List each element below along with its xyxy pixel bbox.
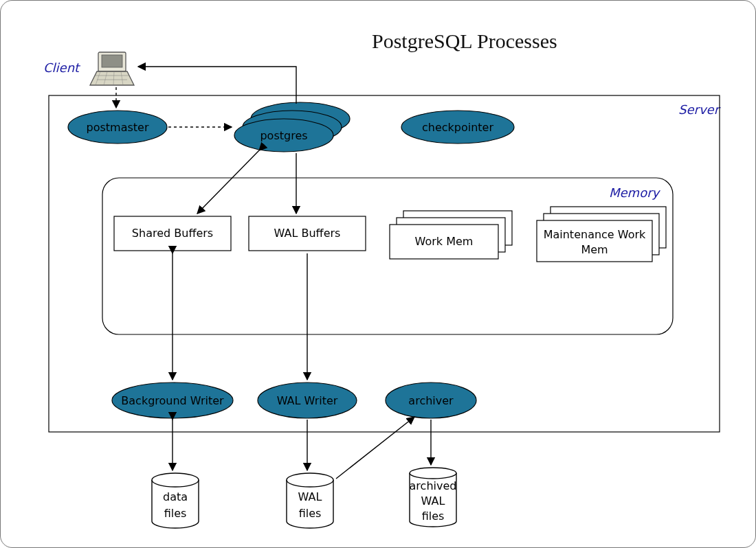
svg-text:Shared Buffers: Shared Buffers [132,227,213,240]
postgres-node: postgres [234,102,350,152]
svg-text:WAL Buffers: WAL Buffers [274,227,341,240]
edge-postgres-sharedbuffers [197,150,259,214]
maintenance-work-mem-node: Maintenance Work Mem [537,207,666,262]
work-mem-node: Work Mem [390,211,512,259]
svg-point-41 [410,468,456,479]
archiver-node: archiver [386,383,476,418]
svg-text:postmaster: postmaster [87,121,149,134]
svg-text:checkpointer: checkpointer [422,121,493,134]
svg-text:Work Mem: Work Mem [415,235,474,248]
svg-text:files: files [422,510,445,523]
laptop-icon [90,52,134,85]
shared-buffers-node: Shared Buffers [114,216,231,251]
wal-files-cylinder: WAL files [287,473,333,528]
svg-text:postgres: postgres [260,129,307,142]
svg-text:archived: archived [410,479,457,492]
svg-text:files: files [299,507,322,520]
wal-writer-node: WAL Writer [258,383,357,418]
diagram-canvas: { "title": "PostgreSQL Processes", "labe… [0,0,756,548]
svg-text:Mem: Mem [581,243,608,256]
svg-point-38 [287,473,333,487]
svg-text:Maintenance Work: Maintenance Work [544,228,646,241]
svg-point-35 [152,473,199,487]
postmaster-node: postmaster [68,111,167,144]
server-panel [49,95,720,432]
edge-postgres-client [138,67,296,104]
diagram-svg: postmaster postgres checkpointer Shared … [1,1,756,548]
edge-walfiles-archiver [336,417,414,479]
svg-text:Background Writer: Background Writer [121,394,224,407]
checkpointer-node: checkpointer [401,111,514,144]
svg-text:WAL: WAL [298,490,322,503]
svg-rect-1 [102,55,122,67]
data-files-cylinder: data files [152,473,199,528]
svg-text:WAL: WAL [421,494,445,507]
svg-text:WAL Writer: WAL Writer [277,394,338,407]
wal-buffers-node: WAL Buffers [249,216,366,251]
svg-text:archiver: archiver [408,394,454,407]
archived-wal-files-cylinder: archived WAL files [410,468,457,527]
svg-text:files: files [164,507,187,520]
background-writer-node: Background Writer [112,383,233,418]
svg-text:data: data [163,490,188,503]
